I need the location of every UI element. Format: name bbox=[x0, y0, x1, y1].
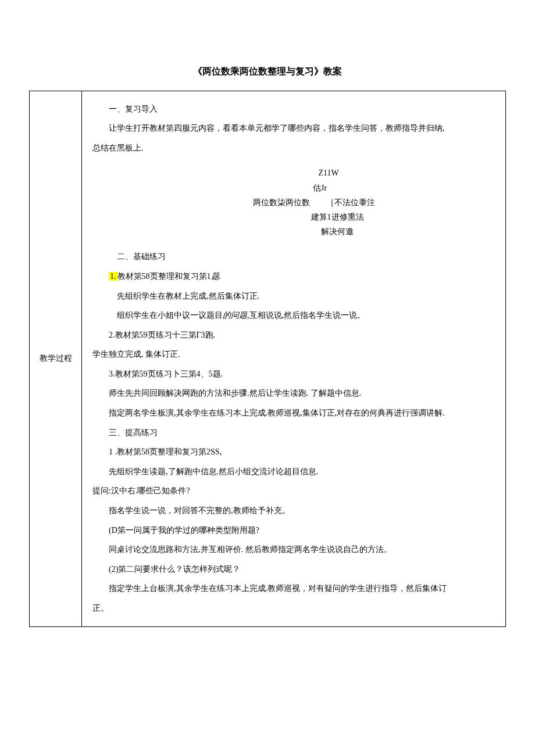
highlighted-number: 1. bbox=[109, 272, 117, 281]
italic-text: 的问题, bbox=[223, 311, 249, 320]
paragraph: 同桌讨论交流思路和方法,并互相评价. 然后教师指定两名学生说说自己的方法。 bbox=[92, 540, 495, 560]
diagram-text: Z11W bbox=[162, 166, 495, 180]
diagram-text: 建算1进修熏法 bbox=[180, 210, 495, 224]
content-cell: 一、复习导入 让学生打开教材第四服元内容，看看本单元都学了哪些内容，指名学生问答… bbox=[82, 91, 506, 626]
paragraph: 让学生打开教材第四服元内容，看看本单元都学了哪些内容，指名学生问答，教师指导并归… bbox=[92, 119, 495, 138]
text: 互相说说,然后指名学生说一说。 bbox=[249, 311, 366, 320]
text: 教材第58页整理和复习第1 bbox=[117, 272, 211, 281]
section-heading-2: 二、基础练习 bbox=[92, 247, 495, 267]
paragraph: 组织学生在小姐中议一议题目的问题,互相说说,然后指名学生说一说。 bbox=[92, 306, 495, 325]
paragraph: 指定两名学生板演,其余学生在练习本上完成.教师巡视,集体订正,对存在的何典再进行… bbox=[92, 403, 495, 423]
row-label-cell: 教学过程 bbox=[30, 91, 82, 626]
exercise-item: 3.教材第59页练习卜三第4、5题. bbox=[92, 364, 495, 384]
diagram-text: 估Jr bbox=[145, 181, 495, 195]
paragraph: 先组织学生在教材上完成,然后集体订正. bbox=[92, 286, 495, 306]
question-item: (2)第二问要求什么？该怎样列式呢？ bbox=[92, 560, 495, 579]
diagram-text: 两位数柒两位数 ［不法位黍注 bbox=[133, 195, 495, 210]
paragraph: 指定学生上台板演,其余学生在练习本上完成.教师巡视，对有疑问的学生进行指导，然后… bbox=[92, 579, 495, 599]
lesson-plan-table: 教学过程 一、复习导入 让学生打开教材第四服元内容，看看本单元都学了哪些内容，指… bbox=[29, 91, 506, 627]
paragraph: 学生独立完成, 集体订正. bbox=[92, 345, 495, 364]
section-heading-3: 三、提高练习 bbox=[92, 423, 495, 443]
paragraph: 正。 bbox=[92, 599, 495, 618]
paragraph: 先组织学生读题,了解跑中信息.然后小组交流讨论超目信息. bbox=[92, 462, 495, 482]
document-title: 《两位数乘两位数整理与复习》教案 bbox=[29, 64, 506, 79]
paragraph: 总结在黑板上. bbox=[92, 138, 495, 158]
section-heading-1: 一、复习导入 bbox=[92, 99, 495, 119]
italic-text: 题. bbox=[211, 272, 222, 281]
exercise-item: 2.教材第59页练习十三第Γ3跑. bbox=[92, 325, 495, 345]
tree-diagram: Z11W 估Jr 两位数柒两位数 ［不法位黍注 建算1进修熏法 解决何邀 bbox=[92, 166, 495, 239]
row-label: 教学过程 bbox=[40, 354, 72, 363]
paragraph: 师生先共同回顾解决网跑的方法和步骤.然后让学生读跑. 了解题中信息. bbox=[92, 384, 495, 403]
question-item: (D第一问属于我的学过的哪种类型附用题? bbox=[92, 521, 495, 540]
diagram-text: 解决何邀 bbox=[180, 224, 495, 239]
exercise-item: 1.教材第58页整理和复习第1题. bbox=[92, 267, 495, 286]
paragraph: 提问:汉中右.哪些己知条件? bbox=[92, 481, 495, 501]
text: 组织学生在小姐中议一议题目 bbox=[117, 311, 223, 320]
exercise-item: 1 .教材第58页整理和复习第2SS, bbox=[92, 442, 495, 462]
paragraph: 指名学生说一说，对回答不完整的,教师给予补充。 bbox=[92, 501, 495, 521]
